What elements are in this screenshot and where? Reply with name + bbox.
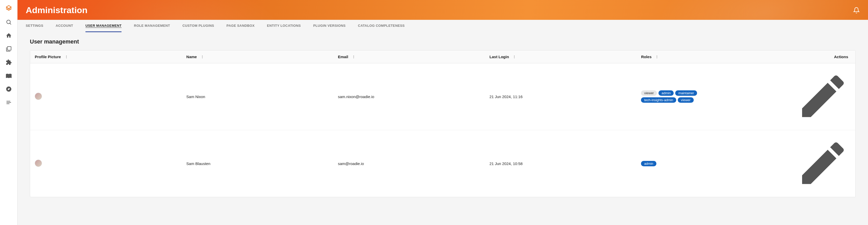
- edit-icon[interactable]: [795, 187, 851, 192]
- cell-name: Sam Nixon: [182, 63, 333, 130]
- tab-page-sandbox[interactable]: Page Sandbox: [226, 20, 255, 32]
- avatar: [35, 93, 42, 100]
- library-icon[interactable]: [6, 46, 12, 52]
- svg-point-6: [66, 56, 67, 57]
- column-header-last-login: Last Login: [485, 51, 637, 63]
- role-chip: viewer: [641, 90, 657, 96]
- page-title: Administration: [26, 5, 88, 15]
- app-logo-icon[interactable]: [5, 5, 12, 12]
- main-content: Administration SettingsAccountUser Manag…: [18, 0, 868, 225]
- column-label: Email: [338, 55, 348, 59]
- role-chip: viewer: [678, 97, 694, 103]
- edit-icon[interactable]: [795, 121, 851, 125]
- book-icon[interactable]: [6, 73, 12, 79]
- cell-actions: [788, 130, 856, 197]
- column-menu-icon[interactable]: [655, 55, 659, 59]
- compass-icon[interactable]: [6, 86, 12, 92]
- role-chip: tech-insights-admin: [641, 97, 676, 103]
- cell-email: sam@roadie.io: [333, 130, 485, 197]
- svg-point-8: [202, 55, 203, 56]
- role-chip: admin: [658, 90, 674, 96]
- svg-point-15: [514, 56, 515, 57]
- svg-point-9: [202, 56, 203, 57]
- table-row: Sam Nixonsam.nixon@roadie.io21 Jun 2024,…: [30, 63, 856, 130]
- svg-point-0: [7, 20, 10, 24]
- cell-last-login: 21 Jun 2024, 11:16: [485, 63, 637, 130]
- plugin-icon[interactable]: [6, 59, 12, 65]
- home-icon[interactable]: [6, 32, 12, 39]
- sidebar: [0, 0, 18, 225]
- notifications-icon[interactable]: [853, 7, 860, 14]
- svg-point-19: [657, 57, 657, 58]
- svg-point-11: [353, 55, 354, 56]
- svg-point-10: [202, 57, 203, 58]
- tab-account[interactable]: Account: [56, 20, 73, 32]
- column-header-email: Email: [333, 51, 485, 63]
- cell-last-login: 21 Jun 2024, 10:58: [485, 130, 637, 197]
- page-header: Administration: [18, 0, 868, 20]
- column-label: Name: [186, 55, 197, 59]
- column-menu-icon[interactable]: [513, 55, 516, 59]
- cell-actions: [788, 63, 856, 130]
- tab-plugin-versions[interactable]: Plugin Versions: [313, 20, 346, 32]
- tab-settings[interactable]: Settings: [26, 20, 43, 32]
- tab-role-management[interactable]: Role Management: [134, 20, 170, 32]
- tab-custom-plugins[interactable]: Custom Plugins: [183, 20, 214, 32]
- column-header-name: Name: [182, 51, 333, 63]
- tabs-bar: SettingsAccountUser ManagementRole Manag…: [18, 20, 868, 32]
- avatar: [35, 160, 42, 167]
- role-chip: admin: [641, 161, 656, 166]
- column-label: Actions: [834, 55, 848, 59]
- column-menu-icon[interactable]: [200, 55, 204, 59]
- svg-point-16: [514, 57, 515, 58]
- role-chip: maintainer: [675, 90, 697, 96]
- column-label: Profile Picture: [35, 55, 61, 59]
- svg-point-14: [514, 55, 515, 56]
- table-row: Sam Blaustensam@roadie.io21 Jun 2024, 10…: [30, 130, 856, 197]
- svg-line-1: [10, 24, 11, 25]
- list-icon[interactable]: [6, 99, 12, 105]
- cell-name: Sam Blausten: [182, 130, 333, 197]
- svg-point-17: [657, 55, 657, 56]
- column-menu-icon[interactable]: [65, 55, 68, 59]
- tab-user-management[interactable]: User Management: [86, 20, 122, 32]
- column-menu-icon[interactable]: [352, 55, 355, 59]
- tab-entity-locations[interactable]: Entity Locations: [267, 20, 301, 32]
- svg-point-7: [66, 57, 67, 58]
- tab-catalog-completeness[interactable]: Catalog Completeness: [358, 20, 405, 32]
- svg-point-13: [353, 57, 354, 58]
- cell-roles: vieweradminmaintainertech-insights-admin…: [636, 63, 788, 130]
- column-label: Last Login: [490, 55, 509, 59]
- user-table: Profile Picture Name: [30, 50, 856, 197]
- content-area: User management Profile Picture: [18, 32, 868, 225]
- svg-point-12: [353, 56, 354, 57]
- cell-email: sam.nixon@roadie.io: [333, 63, 485, 130]
- column-label: Roles: [641, 55, 652, 59]
- svg-point-5: [66, 55, 67, 56]
- column-header-profile: Profile Picture: [30, 51, 182, 63]
- svg-point-18: [657, 56, 657, 57]
- column-header-roles: Roles: [636, 51, 788, 63]
- section-title: User management: [30, 38, 856, 45]
- column-header-actions: Actions: [788, 51, 856, 63]
- cell-roles: admin: [636, 130, 788, 197]
- search-icon[interactable]: [6, 19, 12, 25]
